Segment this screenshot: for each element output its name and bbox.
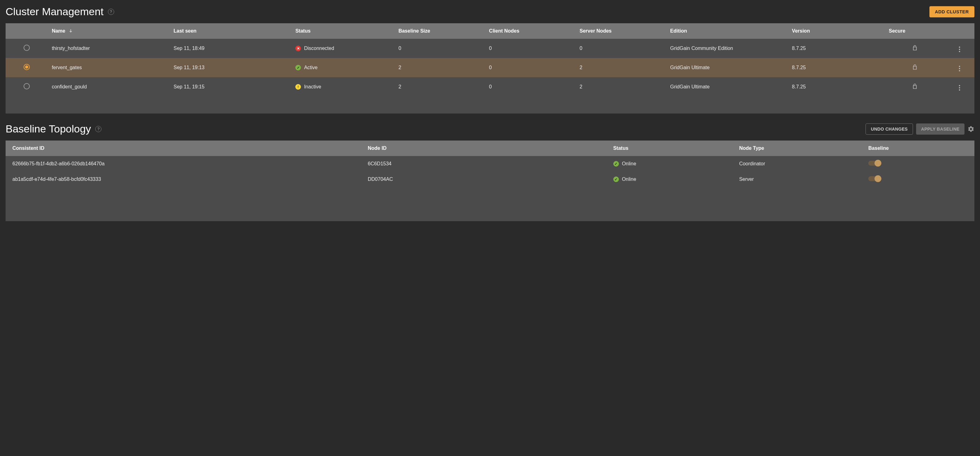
consistent-id: 62666b75-fb1f-4db2-a6b6-026db146470a — [6, 156, 364, 172]
cluster-table: Name Last seen Status Baseline Size Clie… — [6, 23, 974, 97]
col-server-nodes[interactable]: Server Nodes — [576, 23, 667, 39]
help-icon[interactable]: ? — [95, 126, 102, 132]
status-green-icon: ✓ — [613, 176, 619, 182]
sort-arrow-down-icon — [68, 29, 73, 34]
node-id: DD0704AC — [364, 172, 609, 187]
baseline-header: Baseline Topology ? UNDO CHANGES APPLY B… — [6, 123, 974, 135]
table-row[interactable]: 62666b75-fb1f-4db2-a6b6-026db146470a6C6D… — [6, 156, 974, 172]
node-id: 6C6D1534 — [364, 156, 609, 172]
col-client-nodes[interactable]: Client Nodes — [485, 23, 576, 39]
server-nodes: 2 — [576, 77, 667, 97]
select-cluster-radio[interactable] — [24, 44, 30, 51]
cluster-name: fervent_gates — [48, 58, 170, 77]
node-status: Online — [622, 176, 636, 182]
col-name[interactable]: Name — [48, 23, 170, 39]
cluster-version: 8.7.25 — [788, 39, 885, 58]
baseline-size: 2 — [395, 77, 485, 97]
col-node-id[interactable]: Node ID — [364, 140, 609, 156]
undo-changes-button[interactable]: UNDO CHANGES — [865, 124, 913, 135]
unlock-icon — [912, 83, 918, 89]
cluster-name: confident_gould — [48, 77, 170, 97]
client-nodes: 0 — [485, 58, 576, 77]
consistent-id: ab1a5cdf-e74d-4fe7-ab58-bcfd0fc43333 — [6, 172, 364, 187]
cluster-title: Cluster Management — [6, 6, 103, 17]
col-status[interactable]: Status — [292, 23, 395, 39]
table-row[interactable]: fervent_gatesSep 11, 19:13✓Active202Grid… — [6, 58, 974, 77]
cluster-status: Inactive — [304, 84, 321, 90]
client-nodes: 0 — [485, 39, 576, 58]
node-status: Online — [622, 161, 636, 167]
col-status-b[interactable]: Status — [609, 140, 735, 156]
cluster-status: Disconnected — [304, 46, 334, 51]
col-baseline-b[interactable]: Baseline — [865, 140, 974, 156]
table-row[interactable]: ab1a5cdf-e74d-4fe7-ab58-bcfd0fc43333DD07… — [6, 172, 974, 187]
node-type: Coordinator — [735, 156, 865, 172]
col-version[interactable]: Version — [788, 23, 885, 39]
cluster-edition: GridGain Community Edition — [667, 39, 788, 58]
col-baseline[interactable]: Baseline Size — [395, 23, 485, 39]
baseline-table-panel: Consistent ID Node ID Status Node Type B… — [6, 140, 974, 221]
col-edition[interactable]: Edition — [667, 23, 788, 39]
unlock-icon — [912, 64, 918, 70]
status-green-icon: ✓ — [295, 65, 301, 70]
cluster-version: 8.7.25 — [788, 58, 885, 77]
col-node-type[interactable]: Node Type — [735, 140, 865, 156]
cluster-name: thirsty_hofstadter — [48, 39, 170, 58]
add-cluster-button[interactable]: ADD CLUSTER — [929, 6, 974, 17]
select-cluster-radio[interactable] — [24, 83, 30, 89]
cluster-version: 8.7.25 — [788, 77, 885, 97]
server-nodes: 0 — [576, 39, 667, 58]
cluster-header: Cluster Management ? ADD CLUSTER — [6, 6, 974, 17]
cluster-last-seen: Sep 11, 19:13 — [170, 58, 292, 77]
cluster-last-seen: Sep 11, 19:15 — [170, 77, 292, 97]
node-type: Server — [735, 172, 865, 187]
status-yellow-icon: ! — [295, 84, 301, 90]
select-cluster-radio[interactable] — [24, 64, 30, 70]
baseline-toggle[interactable] — [868, 161, 881, 166]
cluster-edition: GridGain Ultimate — [667, 58, 788, 77]
client-nodes: 0 — [485, 77, 576, 97]
cluster-status: Active — [304, 65, 318, 70]
baseline-size: 0 — [395, 39, 485, 58]
baseline-size: 2 — [395, 58, 485, 77]
cluster-last-seen: Sep 11, 18:49 — [170, 39, 292, 58]
row-menu-button[interactable] — [958, 65, 961, 73]
col-last-seen[interactable]: Last seen — [170, 23, 292, 39]
table-row[interactable]: confident_gouldSep 11, 19:15!Inactive202… — [6, 77, 974, 97]
status-green-icon: ✓ — [613, 161, 619, 167]
col-secure[interactable]: Secure — [885, 23, 944, 39]
baseline-toggle[interactable] — [868, 176, 881, 181]
row-menu-button[interactable] — [958, 84, 961, 92]
col-consistent-id[interactable]: Consistent ID — [6, 140, 364, 156]
baseline-table: Consistent ID Node ID Status Node Type B… — [6, 140, 974, 187]
baseline-title: Baseline Topology — [6, 123, 91, 135]
status-red-icon: ✕ — [295, 46, 301, 51]
unlock-icon — [912, 44, 918, 51]
gear-icon[interactable] — [967, 126, 974, 132]
help-icon[interactable]: ? — [108, 9, 114, 15]
cluster-edition: GridGain Ultimate — [667, 77, 788, 97]
table-row[interactable]: thirsty_hofstadterSep 11, 18:49✕Disconne… — [6, 39, 974, 58]
cluster-table-panel: Name Last seen Status Baseline Size Clie… — [6, 23, 974, 114]
apply-baseline-button[interactable]: APPLY BASELINE — [916, 124, 964, 135]
row-menu-button[interactable] — [958, 45, 961, 53]
server-nodes: 2 — [576, 58, 667, 77]
